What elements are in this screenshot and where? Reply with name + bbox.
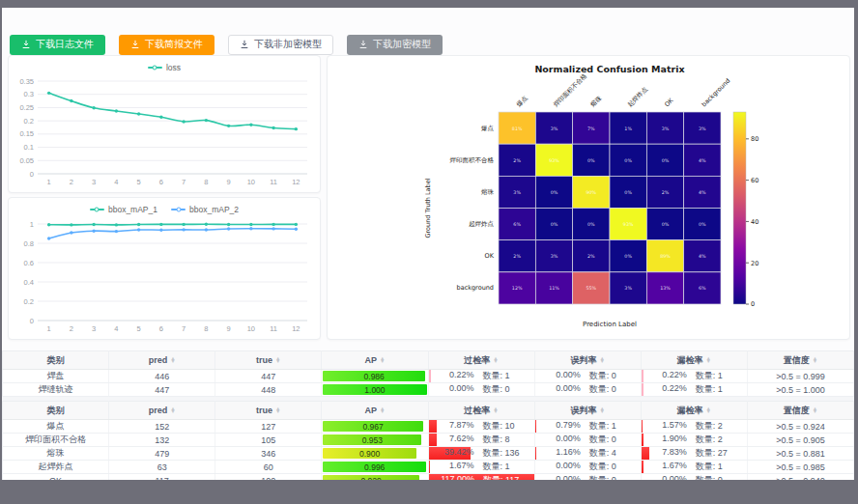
svg-text:0.2: 0.2 [24,117,34,126]
column-header-AP[interactable]: AP▲▼ [322,402,428,420]
svg-text:6%: 6% [513,222,521,227]
svg-text:4: 4 [114,178,118,186]
ap-bar: 0.953 [323,434,421,445]
svg-text:2%: 2% [513,158,521,163]
svg-text:焊印面积不合格: 焊印面积不合格 [450,156,495,164]
cell-misjudge-rate: 0.79%数量: 1 [534,420,641,434]
rate-count: 数量: 117 [483,474,522,480]
ap-value: 0.953 [362,435,383,445]
rate-percent: 0.00% [548,461,581,473]
cell-true: 60 [215,461,322,474]
rate-percent: 0.00% [548,474,581,480]
svg-text:4%: 4% [699,254,706,259]
svg-text:3%: 3% [624,286,632,291]
rate-percent: 1.16% [548,447,581,460]
column-header-AP[interactable]: AP▲▼ [322,351,428,370]
download-unencrypted-model-button[interactable]: 下载非加密模型 [228,35,333,55]
sort-icon: ▲▼ [380,407,385,414]
column-header-pred[interactable]: pred▲▼ [109,402,215,420]
cell-category: 爆点 [3,420,109,434]
sort-icon: ▲▼ [706,407,711,414]
svg-text:5: 5 [137,178,141,186]
column-header-置信度[interactable]: 置信度▲▼ [747,351,853,370]
rate-count: 数量: 4 [589,447,628,460]
rate-percent: 1.90% [654,434,687,446]
column-header-置信度[interactable]: 置信度▲▼ [747,402,853,420]
rate-percent: 1.57% [654,420,687,433]
rate-percent: 0.00% [548,434,581,446]
rate-percent: 0.79% [548,420,581,433]
column-header-true[interactable]: true▲▼ [215,351,322,370]
button-label: 下载日志文件 [36,38,94,51]
rate-count: 数量: 136 [483,447,522,460]
loss-chart-card: loss 00.050.10.150.20.250.30.35123456789… [8,55,321,193]
rate-count: 数量: 2 [696,434,734,446]
legend-item-loss[interactable]: loss [148,63,181,72]
column-header-误判率[interactable]: 误判率▲▼ [534,402,641,420]
svg-text:12%: 12% [512,286,523,291]
rate-count: 数量: 1 [696,383,734,396]
download-icon [240,40,249,49]
svg-text:3: 3 [92,324,96,333]
cell-pred: 117 [109,474,215,481]
svg-text:0%: 0% [551,222,558,227]
ap-bar: 0.967 [323,421,423,432]
metrics-table-primary: 类别pred▲▼true▲▼AP▲▼过检率▲▼误判率▲▼漏检率▲▼置信度▲▼ 焊… [2,350,854,397]
svg-text:7: 7 [182,324,186,333]
svg-text:7: 7 [182,178,186,186]
legend-item-bbox_mAP_2[interactable]: bbox_mAP_2 [171,205,239,214]
svg-text:8: 8 [204,324,208,333]
svg-text:熔珠: 熔珠 [481,188,495,196]
svg-text:4: 4 [114,324,118,333]
svg-text:0.1: 0.1 [24,143,34,152]
column-header-pred[interactable]: pred▲▼ [109,351,215,370]
svg-text:55%: 55% [586,286,596,291]
download-encrypted-model-button[interactable]: 下载加密模型 [347,35,443,55]
cell-true: 447 [215,370,322,383]
table-row: 起焊炸点 63 60 0.996 1.67%数量: 1 0.00%数量: 0 1… [3,461,854,474]
button-label: 下载简报文件 [145,38,203,51]
svg-text:2: 2 [70,178,73,186]
column-header-过检率[interactable]: 过检率▲▼ [428,402,534,420]
column-header-过检率[interactable]: 过检率▲▼ [428,351,534,370]
sort-icon: ▲▼ [170,357,175,364]
download-report-button[interactable]: 下载简报文件 [119,35,214,55]
svg-text:6: 6 [159,178,163,186]
cell-ap: 0.900 [322,447,428,461]
cell-true: 100 [215,474,322,481]
colorbar: 020406080 [733,112,758,308]
download-icon [21,40,31,49]
ap-bar: 1.000 [323,384,426,395]
svg-text:3%: 3% [551,126,558,131]
svg-text:0.8: 0.8 [24,239,34,248]
sort-icon: ▲▼ [170,407,175,414]
column-header-误判率[interactable]: 误判率▲▼ [534,351,641,370]
rate-percent: 1.67% [442,461,474,473]
svg-text:60: 60 [751,177,758,184]
download-log-button[interactable]: 下载日志文件 [10,35,105,55]
cell-pred: 447 [109,383,215,397]
legend-item-bbox_mAP_1[interactable]: bbox_mAP_1 [90,205,157,214]
legend-label: bbox_mAP_2 [189,205,239,214]
svg-text:0.4: 0.4 [24,278,34,287]
svg-text:0%: 0% [624,190,632,195]
svg-text:2%: 2% [513,254,521,259]
svg-text:12: 12 [292,178,300,186]
column-header-漏检率[interactable]: 漏检率▲▼ [641,402,747,420]
svg-text:11%: 11% [549,286,559,291]
ap-bar: 0.996 [323,462,426,472]
svg-text:9: 9 [227,178,231,186]
rate-count: 数量: 1 [589,420,628,433]
svg-text:6: 6 [159,324,163,333]
column-header-true[interactable]: true▲▼ [215,402,322,420]
confusion-matrix-card: Normalized Confusion Matrix爆点焊印面积不合格熔珠起焊… [327,55,850,340]
svg-text:0.2: 0.2 [24,297,34,306]
svg-text:0%: 0% [662,222,670,227]
svg-text:11: 11 [270,178,277,186]
loss-chart-legend: loss [9,63,320,72]
cell-misjudge-rate: 0.00%数量: 0 [534,474,641,481]
svg-text:0: 0 [751,300,755,308]
column-header-漏检率[interactable]: 漏检率▲▼ [641,351,747,370]
svg-text:4%: 4% [699,158,706,163]
cell-pred: 152 [109,420,215,434]
